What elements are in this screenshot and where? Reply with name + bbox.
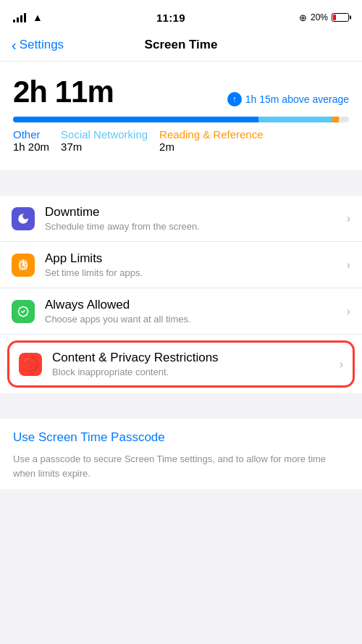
always-allowed-title: Always Allowed	[45, 298, 347, 312]
back-chevron-icon: ‹	[12, 38, 17, 52]
always-allowed-text: Always Allowed Choose apps you want at a…	[45, 298, 347, 325]
category-social: Social Networking 37m	[61, 128, 148, 153]
passcode-section: Use Screen Time Passcode Use a passcode …	[0, 419, 362, 489]
battery-fill	[333, 14, 336, 20]
settings-list: Downtime Schedule time away from the scr…	[0, 196, 362, 393]
downtime-text: Downtime Schedule time away from the scr…	[45, 205, 347, 232]
always-allowed-subtitle: Choose apps you want at all times.	[45, 314, 347, 325]
usage-bar-social	[258, 117, 332, 122]
category-labels: Other 1h 20m Social Networking 37m Readi…	[13, 128, 349, 153]
battery-percent: 20%	[311, 12, 328, 22]
downtime-item[interactable]: Downtime Schedule time away from the scr…	[0, 196, 362, 242]
app-limits-title: App Limits	[45, 251, 347, 266]
usage-bar	[13, 117, 349, 122]
passcode-description: Use a passcode to secure Screen Time set…	[13, 452, 349, 480]
category-other: Other 1h 20m	[13, 128, 49, 153]
status-time: 11:19	[156, 12, 185, 24]
app-limits-item[interactable]: App Limits Set time limits for apps. ›	[0, 242, 362, 288]
page-title: Screen Time	[145, 38, 218, 52]
back-label: Settings	[20, 38, 64, 52]
content-privacy-item[interactable]: 🚫 Content & Privacy Restrictions Block i…	[7, 340, 355, 388]
up-arrow-icon: ↑	[227, 92, 242, 106]
downtime-icon	[12, 207, 35, 230]
usage-bar-reading	[332, 117, 339, 122]
category-reading-name: Reading & Reference	[159, 128, 263, 141]
passcode-link[interactable]: Use Screen Time Passcode	[13, 430, 349, 445]
category-other-name: Other	[13, 128, 49, 141]
app-limits-subtitle: Set time limits for apps.	[45, 267, 347, 278]
status-bar: ▲ 11:19 ⊕ 20%	[0, 0, 362, 32]
always-allowed-icon	[12, 300, 35, 323]
back-button[interactable]: ‹ Settings	[12, 38, 64, 52]
app-limits-text: App Limits Set time limits for apps.	[45, 251, 347, 278]
content-privacy-chevron-icon: ›	[340, 358, 343, 371]
wifi-icon: ▲	[33, 12, 43, 23]
downtime-subtitle: Schedule time away from the screen.	[45, 221, 347, 232]
content-privacy-text: Content & Privacy Restrictions Block ina…	[52, 351, 340, 377]
content-privacy-title: Content & Privacy Restrictions	[52, 351, 340, 365]
app-limits-chevron-icon: ›	[347, 259, 350, 272]
always-allowed-item[interactable]: Always Allowed Choose apps you want at a…	[0, 288, 362, 335]
above-average: ↑ 1h 15m above average	[227, 92, 349, 106]
content-privacy-subtitle: Block inappropriate content.	[52, 367, 340, 377]
content-privacy-icon: 🚫	[19, 353, 42, 376]
category-other-time: 1h 20m	[13, 141, 49, 153]
category-social-name: Social Networking	[61, 128, 148, 141]
section-divider-2	[0, 393, 362, 419]
summary-section: 2h 11m ↑ 1h 15m above average Other 1h 2…	[0, 62, 362, 170]
always-allowed-chevron-icon: ›	[347, 305, 350, 318]
above-average-text: 1h 15m above average	[245, 93, 349, 105]
category-social-time: 37m	[61, 141, 148, 153]
nav-bar: ‹ Settings Screen Time	[0, 32, 362, 62]
signal-icon	[13, 12, 26, 22]
screen-time-icon: ⊕	[299, 12, 307, 23]
status-left: ▲	[13, 12, 43, 23]
highlighted-wrapper: 🚫 Content & Privacy Restrictions Block i…	[0, 335, 362, 393]
downtime-title: Downtime	[45, 205, 347, 219]
category-reading: Reading & Reference 2m	[159, 128, 263, 153]
time-display: 2h 11m ↑ 1h 15m above average	[13, 75, 349, 109]
category-reading-time: 2m	[159, 141, 263, 153]
total-time: 2h 11m	[13, 75, 114, 109]
section-divider-1	[0, 170, 362, 196]
battery-icon	[332, 13, 349, 22]
downtime-chevron-icon: ›	[347, 212, 350, 225]
status-right: ⊕ 20%	[299, 12, 349, 23]
usage-bar-other	[13, 117, 258, 122]
app-limits-icon	[12, 254, 35, 277]
